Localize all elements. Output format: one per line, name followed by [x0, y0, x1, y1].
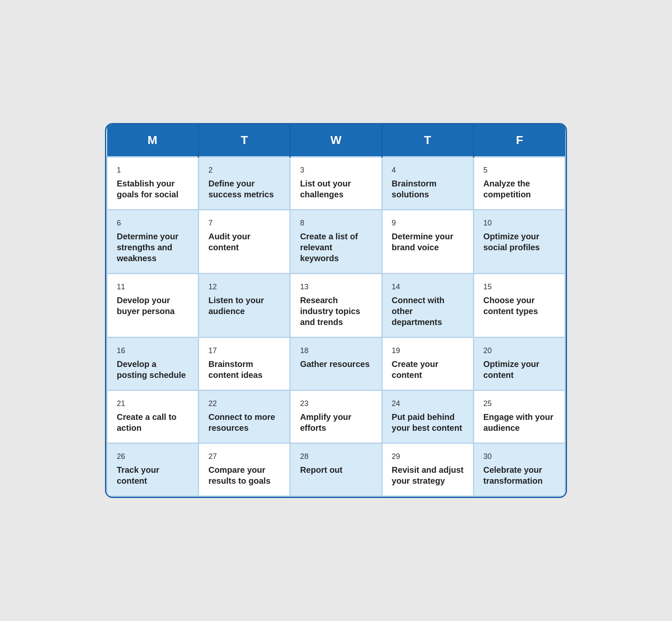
cell-title-13: Research industry topics and trends — [300, 295, 372, 328]
cell-title-26: Track your content — [117, 464, 189, 486]
cell-title-12: Listen to your audience — [208, 295, 280, 317]
cell-number-18: 18 — [300, 346, 372, 355]
cell-number-22: 22 — [208, 399, 280, 408]
cell-title-24: Put paid behind your best content — [392, 411, 464, 433]
calendar-cell-9: 9Determine your brand voice — [382, 210, 473, 274]
cell-number-3: 3 — [300, 166, 372, 175]
cell-number-6: 6 — [117, 219, 189, 228]
calendar-cell-6: 6Determine your strengths and weakness — [107, 210, 199, 274]
cell-number-10: 10 — [483, 219, 555, 228]
cell-number-19: 19 — [392, 346, 464, 355]
cell-number-1: 1 — [117, 166, 189, 175]
cell-number-11: 11 — [117, 283, 189, 291]
cell-title-9: Determine your brand voice — [392, 231, 464, 253]
cell-number-25: 25 — [483, 399, 555, 408]
cell-number-4: 4 — [392, 166, 464, 175]
cell-number-23: 23 — [300, 399, 372, 408]
cell-title-1: Establish your goals for social — [117, 178, 189, 200]
cell-title-5: Analyze the competition — [483, 178, 555, 200]
cell-title-29: Revisit and adjust your strategy — [392, 464, 464, 486]
cell-number-14: 14 — [392, 283, 464, 291]
cell-title-10: Optimize your social profiles — [483, 231, 555, 253]
cell-title-19: Create your content — [392, 359, 464, 380]
calendar-cell-16: 16Develop a posting schedule — [107, 338, 199, 390]
cell-number-16: 16 — [117, 346, 189, 355]
cell-number-29: 29 — [392, 452, 464, 461]
calendar-row-6: 26Track your content27Compare your resul… — [107, 443, 565, 496]
cell-title-8: Create a list of relevant keywords — [300, 231, 372, 264]
calendar-cell-22: 22Connect to more resources — [199, 390, 290, 443]
cell-title-21: Create a call to action — [117, 411, 189, 433]
cell-number-7: 7 — [208, 219, 280, 228]
calendar-cell-10: 10Optimize your social profiles — [473, 210, 565, 274]
cell-number-2: 2 — [208, 166, 280, 175]
calendar-cell-13: 13Research industry topics and trends — [290, 274, 382, 338]
calendar-cell-11: 11Develop your buyer persona — [107, 274, 199, 338]
header-col-m-0: M — [107, 124, 199, 157]
cell-title-18: Gather resources — [300, 359, 372, 369]
header-row: MTWTF — [107, 124, 565, 157]
calendar-cell-14: 14Connect with other departments — [382, 274, 473, 338]
calendar-cell-18: 18Gather resources — [290, 338, 382, 390]
cell-title-4: Brainstorm solutions — [392, 178, 464, 200]
calendar-row-3: 11Develop your buyer persona12Listen to … — [107, 274, 565, 338]
calendar-cell-26: 26Track your content — [107, 443, 199, 496]
cell-title-22: Connect to more resources — [208, 411, 280, 433]
cell-number-26: 26 — [117, 452, 189, 461]
cell-number-17: 17 — [208, 346, 280, 355]
cell-title-6: Determine your strengths and weakness — [117, 231, 189, 264]
cell-title-15: Choose your content types — [483, 295, 555, 317]
cell-title-7: Audit your content — [208, 231, 280, 253]
cell-number-30: 30 — [483, 452, 555, 461]
cell-number-13: 13 — [300, 283, 372, 291]
header-col-w-2: W — [290, 124, 382, 157]
cell-title-28: Report out — [300, 464, 372, 475]
cell-title-2: Define your success metrics — [208, 178, 280, 200]
calendar-row-1: 1Establish your goals for social2Define … — [107, 157, 565, 210]
calendar-cell-8: 8Create a list of relevant keywords — [290, 210, 382, 274]
cell-number-8: 8 — [300, 219, 372, 228]
cell-number-9: 9 — [392, 219, 464, 228]
cell-number-28: 28 — [300, 452, 372, 461]
cell-title-20: Optimize your content — [483, 359, 555, 380]
cell-title-25: Engage with your audience — [483, 411, 555, 433]
calendar-cell-21: 21Create a call to action — [107, 390, 199, 443]
cell-title-30: Celebrate your transformation — [483, 464, 555, 486]
cell-title-11: Develop your buyer persona — [117, 295, 189, 317]
calendar-cell-2: 2Define your success metrics — [199, 157, 290, 210]
calendar-cell-12: 12Listen to your audience — [199, 274, 290, 338]
calendar-row-4: 16Develop a posting schedule17Brainstorm… — [107, 338, 565, 390]
cell-title-27: Compare your results to goals — [208, 464, 280, 486]
header-col-t-3: T — [382, 124, 473, 157]
calendar-cell-15: 15Choose your content types — [473, 274, 565, 338]
cell-title-17: Brainstorm content ideas — [208, 359, 280, 380]
cell-title-14: Connect with other departments — [392, 295, 464, 328]
calendar-cell-23: 23Amplify your efforts — [290, 390, 382, 443]
calendar-cell-30: 30Celebrate your transformation — [473, 443, 565, 496]
calendar-cell-24: 24Put paid behind your best content — [382, 390, 473, 443]
calendar-cell-29: 29Revisit and adjust your strategy — [382, 443, 473, 496]
header-col-f-4: F — [473, 124, 565, 157]
calendar-cell-4: 4Brainstorm solutions — [382, 157, 473, 210]
header-col-t-1: T — [199, 124, 290, 157]
calendar-cell-7: 7Audit your content — [199, 210, 290, 274]
cell-number-20: 20 — [483, 346, 555, 355]
calendar-cell-27: 27Compare your results to goals — [199, 443, 290, 496]
calendar-cell-3: 3List out your challenges — [290, 157, 382, 210]
calendar-cell-20: 20Optimize your content — [473, 338, 565, 390]
cell-number-5: 5 — [483, 166, 555, 175]
calendar-row-5: 21Create a call to action22Connect to mo… — [107, 390, 565, 443]
cell-number-27: 27 — [208, 452, 280, 461]
calendar-cell-5: 5Analyze the competition — [473, 157, 565, 210]
calendar-cell-25: 25Engage with your audience — [473, 390, 565, 443]
calendar-container: MTWTF 1Establish your goals for social2D… — [105, 123, 567, 498]
calendar-row-2: 6Determine your strengths and weakness7A… — [107, 210, 565, 274]
calendar-cell-19: 19Create your content — [382, 338, 473, 390]
cell-number-21: 21 — [117, 399, 189, 408]
calendar-table: MTWTF 1Establish your goals for social2D… — [106, 124, 566, 497]
cell-title-23: Amplify your efforts — [300, 411, 372, 433]
cell-number-15: 15 — [483, 283, 555, 291]
cell-number-12: 12 — [208, 283, 280, 291]
cell-title-3: List out your challenges — [300, 178, 372, 200]
calendar-cell-1: 1Establish your goals for social — [107, 157, 199, 210]
